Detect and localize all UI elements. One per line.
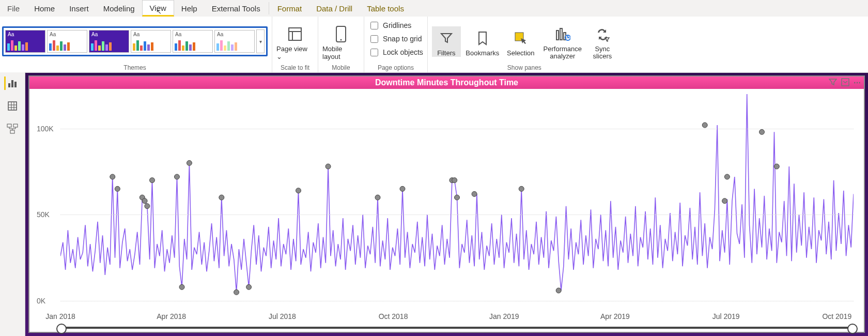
left-rail [0, 72, 25, 336]
gridlines-checkbox[interactable]: Gridlines [368, 19, 411, 32]
svg-rect-19 [13, 124, 18, 127]
theme-tile-2[interactable]: Aa [47, 30, 87, 53]
menu-format[interactable]: Format [270, 0, 309, 17]
svg-rect-13 [8, 102, 17, 110]
theme-bars-icon [216, 39, 253, 51]
themes-gallery: Aa Aa Aa Aa [2, 26, 268, 56]
report-view-button[interactable] [4, 77, 19, 90]
svg-point-31 [219, 195, 224, 200]
x-tick-label: Jul 2018 [269, 312, 296, 320]
svg-point-41 [472, 191, 477, 196]
visual-focus-icon[interactable] [841, 78, 849, 88]
visual-filter-icon[interactable] [829, 78, 837, 88]
y-tick-label: 50K [37, 210, 50, 219]
svg-point-29 [179, 284, 184, 289]
theme-bars-icon [7, 39, 43, 51]
svg-point-33 [246, 284, 252, 289]
data-view-button[interactable] [6, 99, 19, 113]
ribbon-label-themes: Themes [2, 64, 268, 71]
svg-rect-6 [556, 30, 559, 40]
line-chart-visual[interactable]: Downtime Minutes Throughout Time ⋯ 0K50K… [28, 75, 865, 333]
ribbon-label-mobile: Mobile [322, 64, 360, 71]
svg-point-43 [556, 288, 561, 293]
visual-header: Downtime Minutes Throughout Time ⋯ [29, 77, 864, 89]
lock-objects-checkbox[interactable]: Lock objects [368, 45, 423, 59]
ribbon-group-show-panes: Filters Bookmarks Selection Performance … [428, 17, 621, 72]
svg-point-30 [187, 160, 192, 165]
svg-point-25 [142, 198, 147, 204]
menu-external-tools[interactable]: External Tools [205, 0, 268, 17]
theme-tile-5[interactable]: Aa [173, 30, 213, 53]
page-view-button[interactable]: Page view ⌄ [276, 22, 314, 60]
sync-slicers-button[interactable]: Sync slicers [588, 23, 617, 60]
y-tick-label: 0K [37, 297, 45, 305]
menu-modeling[interactable]: Modeling [96, 0, 142, 17]
gridline [60, 215, 854, 215]
x-tick-label: Jul 2019 [712, 312, 740, 320]
svg-point-4 [340, 39, 342, 41]
x-tick-label: Oct 2019 [822, 312, 851, 320]
ribbon-label-scale: Scale to fit [276, 64, 314, 71]
performance-label: Performance analyzer [540, 45, 585, 60]
theme-tile-3[interactable]: Aa [89, 30, 129, 53]
visual-more-icon[interactable]: ⋯ [854, 79, 862, 87]
bookmarks-label: Bookmarks [466, 49, 499, 57]
mobile-label: Mobile layout [322, 45, 360, 60]
filter-icon [440, 28, 453, 48]
ribbon-group-themes: Aa Aa Aa Aa [0, 17, 272, 72]
theme-tile-aa: Aa [50, 32, 56, 37]
plot-area: 0K50K100KJan 2018Apr 2018Jul 2018Oct 201… [29, 89, 864, 332]
menu-insert[interactable]: Insert [62, 0, 96, 17]
cursor-icon: ↖ [156, 8, 162, 16]
performance-analyzer-button[interactable]: Performance analyzer [540, 23, 585, 60]
svg-point-34 [296, 188, 301, 193]
themes-dropdown[interactable]: ▾ [256, 29, 265, 53]
page-view-label: Page view ⌄ [276, 45, 314, 60]
snap-to-grid-checkbox[interactable]: Snap to grid [368, 32, 422, 45]
svg-point-28 [174, 174, 179, 179]
filters-label: Filters [437, 49, 455, 57]
time-range-slider[interactable] [60, 327, 854, 329]
snap-label: Snap to grid [383, 35, 422, 43]
menu-view[interactable]: View ↖ [142, 0, 174, 17]
bookmarks-pane-button[interactable]: Bookmarks [464, 26, 501, 57]
theme-tile-1[interactable]: Aa [5, 30, 45, 53]
menu-data-drill[interactable]: Data / Drill [309, 0, 360, 17]
theme-tile-aa: Aa [91, 32, 98, 37]
svg-point-47 [760, 129, 765, 134]
theme-tile-4[interactable]: Aa [131, 30, 171, 53]
svg-point-36 [375, 195, 380, 200]
theme-tile-6[interactable]: Aa [214, 30, 255, 53]
slider-knob-left[interactable] [56, 324, 67, 334]
gridline [60, 301, 854, 301]
svg-rect-0 [289, 28, 301, 40]
svg-rect-12 [14, 82, 17, 87]
slider-knob-right[interactable] [847, 324, 858, 334]
filters-pane-button[interactable]: Filters [432, 26, 461, 57]
workspace: Downtime Minutes Throughout Time ⋯ 0K50K… [0, 72, 868, 336]
svg-rect-10 [8, 83, 10, 87]
menu-home[interactable]: Home [27, 0, 62, 17]
menu-separator [269, 2, 269, 14]
mobile-layout-button[interactable]: Mobile layout [322, 22, 360, 60]
x-tick-label: Jan 2018 [45, 312, 75, 320]
menu-table-tools[interactable]: Table tools [360, 0, 411, 17]
line-series [60, 94, 854, 301]
x-tick-label: Apr 2019 [600, 312, 630, 320]
x-tick-label: Apr 2018 [157, 312, 186, 320]
svg-point-48 [774, 164, 779, 169]
model-view-button[interactable] [6, 122, 19, 135]
report-canvas[interactable]: Downtime Minutes Throughout Time ⋯ 0K50K… [25, 72, 868, 336]
svg-point-22 [110, 174, 115, 179]
model-icon [7, 124, 18, 134]
svg-point-26 [145, 204, 150, 209]
theme-tile-aa: Aa [217, 32, 223, 37]
theme-bars-icon [175, 39, 211, 51]
svg-rect-18 [7, 124, 11, 127]
ribbon-group-page-options: Gridlines Snap to grid Lock objects Page… [364, 17, 428, 72]
menu-file[interactable]: File [0, 0, 27, 17]
menu-help[interactable]: Help [174, 0, 205, 17]
bar-chart-icon [7, 78, 18, 88]
svg-point-37 [400, 186, 405, 191]
selection-pane-button[interactable]: Selection [504, 26, 537, 57]
